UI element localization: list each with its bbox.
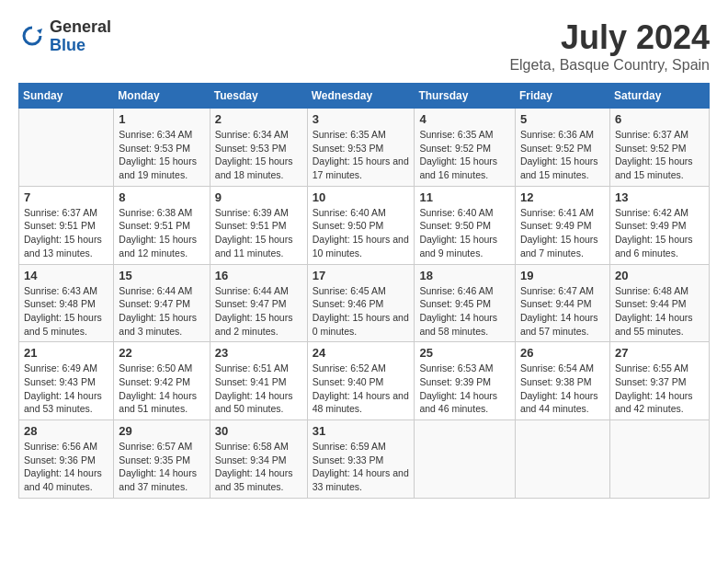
calendar-cell: 29Sunrise: 6:57 AM Sunset: 9:35 PM Dayli… [114, 420, 210, 499]
day-number: 4 [419, 112, 510, 126]
day-info: Sunrise: 6:49 AM Sunset: 9:43 PM Dayligh… [24, 362, 108, 416]
calendar-cell: 6Sunrise: 6:37 AM Sunset: 9:52 PM Daylig… [609, 109, 709, 187]
day-number: 14 [24, 269, 108, 282]
calendar-cell: 16Sunrise: 6:44 AM Sunset: 9:47 PM Dayli… [210, 264, 307, 342]
calendar-cell: 14Sunrise: 6:43 AM Sunset: 9:48 PM Dayli… [19, 264, 114, 342]
week-row-3: 14Sunrise: 6:43 AM Sunset: 9:48 PM Dayli… [19, 264, 710, 342]
day-info: Sunrise: 6:56 AM Sunset: 9:36 PM Dayligh… [24, 440, 108, 494]
subtitle: Elgeta, Basque Country, Spain [509, 57, 710, 74]
day-number: 20 [615, 269, 704, 282]
week-row-1: 1Sunrise: 6:34 AM Sunset: 9:53 PM Daylig… [19, 109, 710, 187]
calendar-cell: 28Sunrise: 6:56 AM Sunset: 9:36 PM Dayli… [19, 420, 114, 499]
page-header: General Blue July 2024 Elgeta, Basque Co… [18, 18, 710, 74]
week-row-5: 28Sunrise: 6:56 AM Sunset: 9:36 PM Dayli… [19, 420, 710, 499]
day-number: 16 [215, 269, 302, 282]
day-info: Sunrise: 6:44 AM Sunset: 9:47 PM Dayligh… [119, 284, 204, 339]
logo-general: General [50, 18, 111, 37]
day-number: 23 [215, 346, 302, 360]
calendar-cell: 7Sunrise: 6:37 AM Sunset: 9:51 PM Daylig… [19, 186, 114, 264]
calendar-cell: 17Sunrise: 6:45 AM Sunset: 9:46 PM Dayli… [307, 264, 415, 342]
day-number: 30 [215, 424, 302, 438]
calendar-cell: 23Sunrise: 6:51 AM Sunset: 9:41 PM Dayli… [210, 342, 307, 420]
calendar-cell: 22Sunrise: 6:50 AM Sunset: 9:42 PM Dayli… [114, 342, 210, 420]
day-info: Sunrise: 6:58 AM Sunset: 9:34 PM Dayligh… [215, 440, 302, 494]
week-row-4: 21Sunrise: 6:49 AM Sunset: 9:43 PM Dayli… [19, 342, 710, 420]
header-cell-monday: Monday [114, 84, 210, 109]
day-number: 18 [419, 269, 510, 282]
header-row: SundayMondayTuesdayWednesdayThursdayFrid… [19, 84, 710, 109]
calendar-cell: 3Sunrise: 6:35 AM Sunset: 9:53 PM Daylig… [307, 109, 415, 187]
header-cell-friday: Friday [515, 84, 609, 109]
calendar-cell: 15Sunrise: 6:44 AM Sunset: 9:47 PM Dayli… [114, 264, 210, 342]
header-cell-tuesday: Tuesday [210, 84, 307, 109]
day-number: 13 [615, 190, 704, 204]
header-cell-saturday: Saturday [609, 84, 709, 109]
day-info: Sunrise: 6:41 AM Sunset: 9:49 PM Dayligh… [520, 206, 605, 260]
day-info: Sunrise: 6:40 AM Sunset: 9:50 PM Dayligh… [313, 206, 410, 260]
calendar-cell [19, 109, 114, 187]
calendar-cell: 13Sunrise: 6:42 AM Sunset: 9:49 PM Dayli… [609, 186, 709, 264]
calendar-header: SundayMondayTuesdayWednesdayThursdayFrid… [19, 84, 710, 109]
day-number: 11 [419, 190, 510, 204]
calendar-cell: 12Sunrise: 6:41 AM Sunset: 9:49 PM Dayli… [515, 186, 609, 264]
day-info: Sunrise: 6:50 AM Sunset: 9:42 PM Dayligh… [119, 362, 204, 416]
day-number: 7 [24, 190, 108, 204]
day-info: Sunrise: 6:55 AM Sunset: 9:37 PM Dayligh… [615, 362, 704, 416]
day-number: 8 [119, 190, 204, 204]
logo-icon [18, 23, 46, 51]
calendar-cell: 26Sunrise: 6:54 AM Sunset: 9:38 PM Dayli… [515, 342, 609, 420]
calendar-cell: 21Sunrise: 6:49 AM Sunset: 9:43 PM Dayli… [19, 342, 114, 420]
day-info: Sunrise: 6:48 AM Sunset: 9:44 PM Dayligh… [615, 284, 704, 339]
calendar-cell: 5Sunrise: 6:36 AM Sunset: 9:52 PM Daylig… [515, 109, 609, 187]
header-cell-sunday: Sunday [19, 84, 114, 109]
title-block: July 2024 Elgeta, Basque Country, Spain [509, 18, 710, 74]
calendar-cell: 19Sunrise: 6:47 AM Sunset: 9:44 PM Dayli… [515, 264, 609, 342]
day-number: 9 [215, 190, 302, 204]
header-cell-wednesday: Wednesday [307, 84, 415, 109]
calendar-cell: 18Sunrise: 6:46 AM Sunset: 9:45 PM Dayli… [415, 264, 516, 342]
day-info: Sunrise: 6:59 AM Sunset: 9:33 PM Dayligh… [313, 440, 410, 494]
calendar-cell: 25Sunrise: 6:53 AM Sunset: 9:39 PM Dayli… [415, 342, 516, 420]
day-number: 17 [313, 269, 410, 282]
day-number: 1 [119, 112, 204, 126]
day-info: Sunrise: 6:40 AM Sunset: 9:50 PM Dayligh… [419, 206, 510, 260]
calendar-cell [515, 420, 609, 499]
day-info: Sunrise: 6:38 AM Sunset: 9:51 PM Dayligh… [119, 206, 204, 260]
day-number: 22 [119, 346, 204, 360]
day-number: 5 [520, 112, 605, 126]
day-info: Sunrise: 6:52 AM Sunset: 9:40 PM Dayligh… [313, 362, 410, 416]
day-info: Sunrise: 6:37 AM Sunset: 9:52 PM Dayligh… [615, 128, 704, 182]
day-number: 15 [119, 269, 204, 282]
day-info: Sunrise: 6:44 AM Sunset: 9:47 PM Dayligh… [215, 284, 302, 339]
calendar-cell: 8Sunrise: 6:38 AM Sunset: 9:51 PM Daylig… [114, 186, 210, 264]
logo-text: General Blue [50, 18, 111, 55]
calendar-cell: 1Sunrise: 6:34 AM Sunset: 9:53 PM Daylig… [114, 109, 210, 187]
day-info: Sunrise: 6:54 AM Sunset: 9:38 PM Dayligh… [520, 362, 605, 416]
calendar-cell: 20Sunrise: 6:48 AM Sunset: 9:44 PM Dayli… [609, 264, 709, 342]
calendar-cell: 2Sunrise: 6:34 AM Sunset: 9:53 PM Daylig… [210, 109, 307, 187]
day-number: 6 [615, 112, 704, 126]
day-number: 28 [24, 424, 108, 438]
day-number: 24 [313, 346, 410, 360]
main-title: July 2024 [509, 18, 710, 57]
day-number: 3 [313, 112, 410, 126]
day-info: Sunrise: 6:47 AM Sunset: 9:44 PM Dayligh… [520, 284, 605, 339]
calendar-cell: 4Sunrise: 6:35 AM Sunset: 9:52 PM Daylig… [415, 109, 516, 187]
calendar-cell [415, 420, 516, 499]
day-number: 12 [520, 190, 605, 204]
day-info: Sunrise: 6:51 AM Sunset: 9:41 PM Dayligh… [215, 362, 302, 416]
day-number: 25 [419, 346, 510, 360]
day-number: 29 [119, 424, 204, 438]
calendar-cell: 9Sunrise: 6:39 AM Sunset: 9:51 PM Daylig… [210, 186, 307, 264]
day-info: Sunrise: 6:57 AM Sunset: 9:35 PM Dayligh… [119, 440, 204, 494]
day-info: Sunrise: 6:36 AM Sunset: 9:52 PM Dayligh… [520, 128, 605, 182]
calendar-cell [609, 420, 709, 499]
day-info: Sunrise: 6:35 AM Sunset: 9:53 PM Dayligh… [313, 128, 410, 182]
day-number: 26 [520, 346, 605, 360]
calendar-cell: 31Sunrise: 6:59 AM Sunset: 9:33 PM Dayli… [307, 420, 415, 499]
day-number: 2 [215, 112, 302, 126]
calendar-table: SundayMondayTuesdayWednesdayThursdayFrid… [18, 83, 710, 499]
day-info: Sunrise: 6:39 AM Sunset: 9:51 PM Dayligh… [215, 206, 302, 260]
day-info: Sunrise: 6:42 AM Sunset: 9:49 PM Dayligh… [615, 206, 704, 260]
calendar-cell: 24Sunrise: 6:52 AM Sunset: 9:40 PM Dayli… [307, 342, 415, 420]
